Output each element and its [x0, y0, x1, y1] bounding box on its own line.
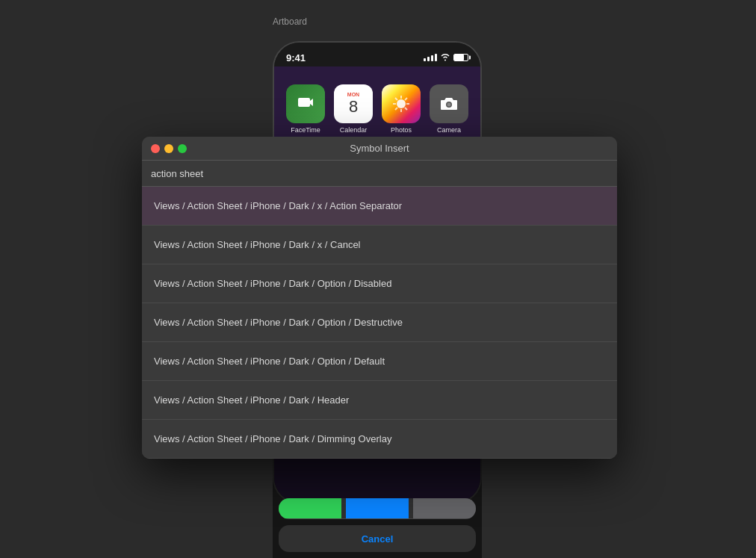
- iphone-status-icons: [424, 54, 468, 61]
- list-item[interactable]: Views / Action Sheet / iPhone / Dark / x…: [142, 187, 617, 226]
- option-dot-3: [413, 498, 476, 518]
- battery-icon: [453, 54, 468, 61]
- artboard-label: Artboard: [273, 16, 307, 27]
- photos-app: Photos: [382, 84, 421, 134]
- list-item-text: Views / Action Sheet / iPhone / Dark / x…: [154, 200, 402, 211]
- action-sheet-group: [279, 498, 476, 519]
- list-item[interactable]: Views / Action Sheet / iPhone / Dark / D…: [142, 420, 617, 459]
- modal-list: Views / Action Sheet / iPhone / Dark / x…: [142, 187, 617, 459]
- list-item[interactable]: Views / Action Sheet / iPhone / Dark / O…: [142, 264, 617, 303]
- modal-titlebar: Symbol Insert: [142, 137, 617, 161]
- modal-title: Symbol Insert: [350, 143, 409, 154]
- facetime-label: FaceTime: [291, 126, 320, 134]
- list-item[interactable]: Views / Action Sheet / iPhone / Dark / H…: [142, 381, 617, 420]
- photos-label: Photos: [391, 126, 412, 134]
- photos-icon: [382, 84, 421, 123]
- calendar-icon: MON 8: [334, 84, 373, 123]
- list-item-text: Views / Action Sheet / iPhone / Dark / O…: [154, 356, 385, 367]
- signal-icon: [424, 54, 437, 61]
- action-sheet-cancel[interactable]: Cancel: [279, 525, 476, 552]
- svg-point-2: [447, 103, 451, 107]
- facetime-icon: [286, 84, 325, 123]
- facetime-app: FaceTime: [286, 84, 325, 134]
- wifi-icon: [440, 54, 450, 61]
- modal-search-area: action sheet: [142, 161, 617, 187]
- minimize-button[interactable]: [164, 144, 173, 153]
- calendar-app: MON 8 Calendar: [334, 84, 373, 134]
- camera-app: Camera: [430, 84, 468, 134]
- option-dot-2: [346, 498, 409, 518]
- app-grid: FaceTime MON 8 Calendar Photos: [286, 78, 468, 134]
- close-button[interactable]: [151, 144, 160, 153]
- cancel-label: Cancel: [362, 533, 394, 545]
- option-dot-1: [279, 498, 341, 518]
- search-input-value[interactable]: action sheet: [151, 168, 203, 179]
- symbol-insert-modal: Symbol Insert action sheet Views / Actio…: [142, 137, 617, 459]
- list-item[interactable]: Views / Action Sheet / iPhone / Dark / O…: [142, 303, 617, 342]
- list-item-text: Views / Action Sheet / iPhone / Dark / D…: [154, 433, 391, 444]
- action-sheet-buttons: Cancel: [279, 498, 476, 552]
- svg-point-0: [397, 99, 406, 108]
- calendar-label: Calendar: [340, 126, 368, 134]
- list-item-text: Views / Action Sheet / iPhone / Dark / x…: [154, 239, 361, 250]
- status-bar: 9:41: [274, 43, 480, 66]
- list-item-text: Views / Action Sheet / iPhone / Dark / H…: [154, 394, 349, 406]
- list-item[interactable]: Views / Action Sheet / iPhone / Dark / x…: [142, 226, 617, 264]
- camera-icon: [430, 84, 468, 123]
- iphone-time: 9:41: [286, 52, 306, 63]
- maximize-button[interactable]: [178, 144, 187, 153]
- titlebar-buttons: [151, 144, 187, 153]
- camera-label: Camera: [437, 126, 461, 134]
- list-item-text: Views / Action Sheet / iPhone / Dark / O…: [154, 317, 403, 328]
- list-item-text: Views / Action Sheet / iPhone / Dark / O…: [154, 278, 391, 289]
- list-item[interactable]: Views / Action Sheet / iPhone / Dark / O…: [142, 342, 617, 381]
- action-sheet-option-1: [279, 498, 476, 519]
